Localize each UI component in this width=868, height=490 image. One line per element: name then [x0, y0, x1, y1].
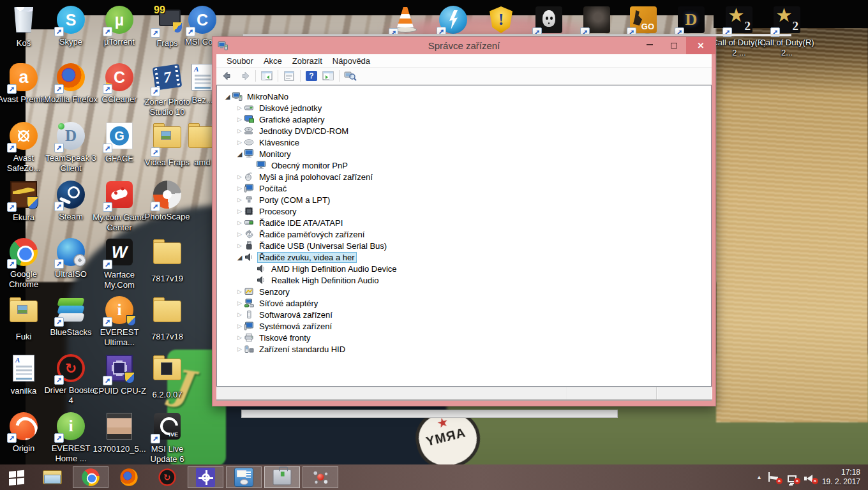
taskbar-item-file-explorer[interactable] — [34, 466, 70, 488]
desktop-icon-mozilla-firefox[interactable]: ➚Mozilla Firefox — [43, 63, 98, 105]
driver-booster-icon[interactable]: ↻➚ — [56, 354, 86, 383]
tree-item-label[interactable]: Realtek High Definition Audio — [269, 275, 380, 286]
tree-item-label[interactable]: Systémová zařízení — [257, 321, 334, 332]
close-button[interactable]: ✕ — [686, 37, 715, 54]
start-button[interactable] — [0, 464, 33, 490]
document-icon[interactable] — [9, 355, 38, 384]
help-button[interactable]: ? — [304, 69, 319, 83]
steam-icon[interactable]: ➚ — [56, 181, 86, 210]
tree-item-label[interactable]: Klávesnice — [257, 137, 301, 148]
photo-thumbnail-icon[interactable] — [105, 413, 134, 442]
csgo-icon[interactable]: GO➚ — [629, 6, 658, 36]
volume-icon[interactable]: × — [804, 472, 816, 482]
taskbar-item-pc-settings[interactable] — [188, 466, 223, 488]
ccleaner-icon[interactable]: C➚ — [105, 63, 134, 93]
avast-safezone-icon[interactable]: ➚ — [9, 122, 38, 151]
ultraiso-icon[interactable]: ➚ — [56, 238, 86, 267]
tree-item-procesory[interactable]: ▷Procesory — [217, 205, 711, 217]
tree-item-label[interactable]: Tiskové fronty — [257, 332, 312, 343]
tree-expander-collapsed-icon[interactable]: ▷ — [236, 128, 244, 134]
tree-item-za-zen-standardu-hid[interactable]: ▷Zařízení standardu HID — [217, 343, 711, 355]
tree-item-s-ov-adapt-ry[interactable]: ▷Síťové adaptéry — [217, 297, 711, 309]
tree-item-label[interactable]: Řadiče USB (Universal Serial Bus) — [257, 241, 389, 251]
desktop-icon-photoscape[interactable]: ➚PhotoScape — [140, 180, 195, 222]
taskbar-item-chrome[interactable] — [73, 466, 108, 488]
tree-item-tiskov-fronty[interactable]: ▷Tiskové fronty — [217, 332, 711, 343]
ekura-icon[interactable]: ➚ — [9, 181, 38, 211]
desktop-icon-call-of-duty-r-2[interactable]: ★2➚Call of Duty(R) 2... — [760, 5, 814, 59]
tree-expander-collapsed-icon[interactable]: ▷ — [236, 219, 244, 226]
taskbar-item-benchmark-tool[interactable] — [303, 466, 338, 488]
tree-item-label[interactable]: AMD High Definition Audio Device — [269, 264, 399, 274]
desktop-icon-skype[interactable]: S➚Skype — [43, 5, 98, 47]
network-icon[interactable]: × — [786, 472, 798, 482]
cpu-z-icon[interactable]: ➚ — [105, 355, 134, 384]
desktop-icon-torrent[interactable]: µ➚µTorrent — [92, 5, 147, 47]
desktop-icon-cod-ghosts[interactable]: ➚ — [521, 5, 576, 38]
desktop-icon-everest-home[interactable]: i➚EVEREST Home ... — [43, 412, 98, 464]
desktop-icon-msi-live-update-6[interactable]: IVE➚MSI Live Update 6 — [140, 412, 195, 465]
desktop-icon-daemon-tools[interactable]: ➚ — [426, 5, 481, 37]
avast-premier-icon[interactable]: a➚ — [9, 63, 38, 93]
league-of-legends-icon[interactable]: D➚ — [677, 6, 706, 36]
minimize-button[interactable] — [638, 37, 662, 54]
firefox-icon[interactable]: ➚ — [56, 63, 86, 93]
tree-expander-collapsed-icon[interactable]: ▷ — [236, 231, 244, 237]
tree-item-label[interactable]: Počítač — [257, 183, 288, 194]
tree-item-label[interactable]: Porty (COM a LPT) — [257, 195, 332, 205]
security-shield-icon[interactable]: ! — [486, 6, 516, 36]
tree-item-kl-vesnice[interactable]: ▷Klávesnice — [217, 137, 711, 148]
folder-with-image-icon[interactable] — [9, 301, 38, 330]
show-console-tree-button[interactable] — [259, 69, 274, 83]
tree-item-jednotky-dvd-cd-rom[interactable]: ▷Jednotky DVD/CD-ROM — [217, 125, 711, 137]
menu-akce[interactable]: Akce — [258, 55, 287, 67]
tree-expander-expanded-icon[interactable]: ◢ — [236, 254, 244, 261]
tree-expander-collapsed-icon[interactable]: ▷ — [236, 334, 244, 341]
desktop-icon-7817v19[interactable]: 7817v19 — [140, 237, 195, 284]
tree-item-label[interactable]: Monitory — [257, 149, 293, 160]
tree-item-label[interactable]: Zařízení standardu HID — [257, 344, 347, 355]
tree-expander-collapsed-icon[interactable]: ▷ — [236, 346, 244, 352]
tree-expander-collapsed-icon[interactable]: ▷ — [236, 185, 244, 191]
msi-live-update-icon[interactable]: IVE➚ — [153, 413, 182, 442]
skype-icon[interactable]: S➚ — [56, 6, 86, 35]
mycom-game-center-icon[interactable]: ➚ — [105, 181, 134, 211]
tree-item-softwarov-za-zen[interactable]: ▷Softwarová zařízení — [217, 309, 711, 320]
tree-expander-collapsed-icon[interactable]: ▷ — [236, 242, 244, 249]
tree-item-label[interactable]: MikroNaNo — [245, 91, 290, 102]
tree-expander-collapsed-icon[interactable]: ▷ — [236, 139, 244, 145]
desktop-icon-13700120-5[interactable]: 13700120_5... — [92, 412, 147, 454]
tree-expander-collapsed-icon[interactable]: ▷ — [236, 105, 244, 111]
tree-item-porty-com-a-lpt[interactable]: ▷Porty (COM a LPT) — [217, 194, 711, 205]
tree-item-mikronano[interactable]: ◢MikroNaNo — [217, 91, 711, 102]
desktop-icon-driver-booster-4[interactable]: ↻➚Driver Booster 4 — [43, 353, 98, 406]
bluestacks-icon[interactable]: ➚ — [56, 296, 86, 325]
tree-item-amd-high-definition-audio-device[interactable]: AMD High Definition Audio Device — [217, 263, 711, 274]
desktop-icon-cpuid-cpu-z[interactable]: ➚CPUID CPU-Z — [92, 353, 147, 396]
warface-icon[interactable]: W➚ — [105, 239, 134, 268]
desktop-icon-warface-my-com[interactable]: W➚Warface My.Com — [92, 237, 147, 291]
folder-dark-icon[interactable] — [153, 359, 182, 388]
show-action-pane-button[interactable] — [320, 69, 336, 83]
everest-home-icon[interactable]: i➚ — [56, 412, 86, 442]
tree-item-label[interactable]: Jednotky DVD/CD-ROM — [257, 126, 350, 137]
utorrent-icon[interactable]: µ➚ — [105, 6, 134, 35]
dark-game-icon[interactable]: ➚ — [582, 6, 611, 36]
tree-item-adi-e-ide-ata-atapi[interactable]: ▷Řadiče IDE ATA/ATAPI — [217, 217, 711, 228]
tree-expander-collapsed-icon[interactable]: ▷ — [236, 300, 244, 306]
desktop-icon-bluestacks[interactable]: ➚BlueStacks — [43, 295, 98, 338]
tree-item-label[interactable]: Řadiče paměťových zařízení — [257, 229, 366, 240]
tree-item-grafick-adapt-ry[interactable]: ▷Grafické adaptéry — [217, 114, 711, 125]
taskbar-clock[interactable]: 17:18 19. 2. 2017 — [822, 468, 860, 487]
tree-item-label[interactable]: Síťové adaptéry — [257, 298, 320, 309]
tree-item-adi-e-usb-universal-serial-bus[interactable]: ▷Řadiče USB (Universal Serial Bus) — [217, 240, 711, 251]
properties-button[interactable] — [281, 69, 297, 83]
tree-expander-collapsed-icon[interactable]: ▷ — [236, 311, 244, 318]
taskbar-item-firefox[interactable] — [111, 466, 147, 488]
vlc-icon[interactable]: ➚ — [391, 7, 420, 36]
tree-item-senzory[interactable]: ▷Senzory — [217, 286, 711, 297]
tree-item-label[interactable]: Senzory — [257, 286, 292, 297]
cod-ghosts-icon[interactable]: ➚ — [534, 6, 564, 36]
tree-item-monitory[interactable]: ◢Monitory — [217, 148, 711, 160]
menu-n-pov-da[interactable]: Nápověda — [327, 55, 375, 67]
